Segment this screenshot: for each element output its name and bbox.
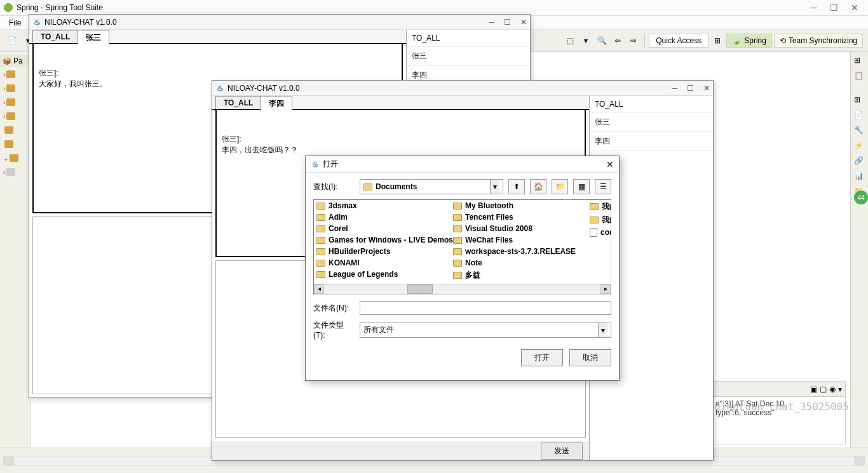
app-minimize-button[interactable]: ─ [811,3,817,13]
package-explorer: 📦 Pa › › › › ⌄ › [0,52,31,448]
right-icon-4[interactable]: 📄 [853,110,866,123]
right-icon-7[interactable]: 🔗 [853,156,866,168]
filetype-value: 所有文件 [363,324,394,335]
filename-input[interactable] [360,301,611,315]
perspective-spring[interactable]: 🍃 Spring [726,34,772,48]
toolbar-btn-1[interactable]: ⬚ [563,34,577,48]
right-icon-1[interactable]: ⊞ [853,55,866,68]
chat1-maximize-button[interactable]: ☐ [504,18,511,27]
notification-badge[interactable]: 44 [854,190,868,204]
file-item[interactable]: 多益 [451,269,495,282]
file-item[interactable]: Corel [314,223,451,234]
app-logo-icon [3,3,13,13]
chat2-user-lisi[interactable]: 李四 [590,132,713,151]
file-item[interactable]: 3dsmax [314,200,451,211]
file-item[interactable]: WeChat Files [451,234,587,246]
file-item[interactable]: My Bluetooth [451,200,587,211]
perspective-team[interactable]: ⟲ Team Synchronizing [774,34,863,48]
home-button[interactable]: 🏠 [530,179,546,194]
new-folder-button[interactable]: 📁 [552,179,568,194]
file-item[interactable]: Tencent Files [451,211,587,223]
details-view-button[interactable]: ☰ [595,179,611,194]
file-item[interactable]: HBuilderProjects [314,246,451,257]
file-icon [590,228,597,237]
file-item-label: 我的 [602,201,611,212]
file-item[interactable]: workspace-sts-3.7.3.RELEASE [451,246,587,257]
tree-item[interactable]: › [3,68,27,81]
chat2-send-button[interactable]: 发送 [541,443,583,460]
file-item-label: 多益 [465,270,480,281]
tree-item[interactable] [3,138,27,150]
list-view-button[interactable]: ▦ [573,179,590,194]
app-maximize-button[interactable]: ☐ [830,3,838,13]
chat1-user-toall[interactable]: TO_ALL [407,30,530,47]
tree-item[interactable]: ⌄ [3,152,27,164]
console-btn[interactable]: ◉ [829,385,836,394]
tree-item[interactable]: › [3,82,27,95]
tree-item[interactable] [3,124,27,137]
chat2-user-zhangsan[interactable]: 张三 [590,113,713,132]
toolbar-back-icon[interactable]: ⇦ [611,34,625,48]
file-item[interactable]: Adlm [314,211,451,223]
toolbar-btn-3[interactable]: 🔍 [595,34,609,48]
chat1-title: NILOAY-CHAT v1.0.0 [44,18,117,27]
tree-item[interactable]: › [3,96,27,109]
chat1-user-zhangsan[interactable]: 张三 [407,47,530,66]
folder-icon [316,214,325,221]
folder-icon [316,203,325,210]
folder-icon [590,217,599,223]
folder-icon [453,214,462,221]
scroll-right-button[interactable]: ▸ [600,284,611,294]
chat1-minimize-button[interactable]: ─ [489,18,494,27]
toolbar-forward-icon[interactable]: ⇨ [627,34,641,48]
file-open-dialog: ♨ 打开 ✕ 查找(I): Documents ▾ ⬆ 🏠 📁 ▦ ☰ 3dsm… [305,156,620,381]
chat2-msg-sender: 张三]: [222,134,580,145]
file-item[interactable]: Note [451,257,495,269]
scroll-left-button[interactable]: ◂ [314,284,324,294]
quick-access-input[interactable]: Quick Access [649,34,709,48]
file-list-scrollbar[interactable]: ◂ ▸ [314,284,611,294]
toolbar-btn-2[interactable]: ▾ [579,34,593,48]
chat2-user-toall[interactable]: TO_ALL [590,96,713,113]
right-icon-2[interactable]: 📋 [853,70,866,83]
chat2-tab-toall[interactable]: TO_ALL [215,96,261,109]
chat1-close-button[interactable]: ✕ [520,18,527,27]
file-item-label: KONAMI [329,258,360,267]
console-btn[interactable]: ▾ [838,385,842,394]
right-icon-6[interactable]: ⚡ [853,140,866,153]
dialog-open-button[interactable]: 打开 [521,349,563,366]
right-icon-5[interactable]: 🔧 [853,125,866,138]
scroll-thumb[interactable] [407,284,433,294]
dialog-close-button[interactable]: ✕ [606,159,614,170]
right-icon-8[interactable]: 📊 [853,171,866,183]
java-icon: ♨ [32,18,41,27]
folder-icon [316,271,325,278]
app-close-button[interactable]: ✕ [851,3,858,13]
right-icon-3[interactable]: ⊞ [853,95,866,107]
file-item[interactable]: cont [587,227,611,238]
file-item[interactable]: Games for Windows - LIVE Demos [314,234,451,246]
lookin-dropdown[interactable]: Documents ▾ [360,179,503,194]
file-item[interactable]: Visual Studio 2008 [451,223,587,234]
file-item[interactable]: KONAMI [314,257,451,269]
toolbar-new-icon[interactable]: 📄 [5,34,19,48]
dialog-cancel-button[interactable]: 取消 [569,349,611,366]
chat2-minimize-button[interactable]: ─ [672,84,677,93]
perspective-open-icon[interactable]: ⊞ [710,34,724,48]
folder-icon [453,225,462,232]
filetype-dropdown[interactable]: 所有文件 ▾ [360,323,611,338]
menu-file[interactable]: File [5,17,25,29]
file-item[interactable]: 我的 [587,213,611,227]
chat2-maximize-button[interactable]: ☐ [687,84,694,93]
chat1-tab-zhangsan[interactable]: 张三 [78,30,109,44]
file-item[interactable]: 我的 [587,200,611,213]
console-btn[interactable]: ▣ [810,385,817,394]
chat2-close-button[interactable]: ✕ [703,84,710,93]
file-item[interactable]: League of Legends [314,269,451,280]
chat1-tab-toall[interactable]: TO_ALL [32,30,78,43]
tree-item[interactable]: › [3,110,27,123]
tree-item[interactable]: › [3,166,27,178]
chat2-tab-lisi[interactable]: 李四 [261,96,292,110]
console-btn[interactable]: ▢ [820,385,827,394]
up-folder-button[interactable]: ⬆ [508,179,525,194]
